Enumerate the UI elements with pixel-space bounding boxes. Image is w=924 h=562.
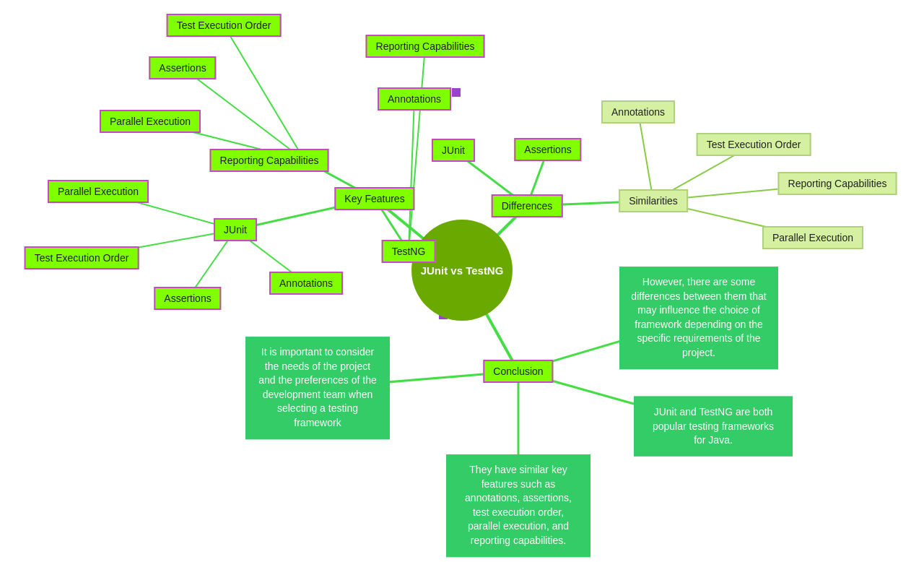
j-rep2-node: Reporting Capabilities [366,35,485,58]
c1-label: However, there are some differences betw… [619,267,778,369]
testng-kf-label: TestNG [382,240,436,263]
differences-node: Differences [492,194,563,217]
svg-line-5 [183,68,305,160]
similarities-label: Similarities [619,189,688,212]
j2-annotations-label: Annotations [269,272,343,295]
j2-annotations-node: Annotations [269,272,343,295]
j2-assertions-node: Assertions [154,287,221,310]
j2-parallel-label: Parallel Execution [48,180,149,203]
j-annotations-label: Annotations [378,87,451,111]
j-rep2-label: Reporting Capabilities [366,35,485,58]
diff-junit-label: JUnit [432,139,475,162]
s-reporting-label: Reporting Capabilities [778,172,897,195]
c2-node: JUnit and TestNG are both popular testin… [634,397,793,457]
diff-assertions-node: Assertions [514,138,581,161]
s-testexec-node: Test Execution Order [697,133,811,156]
s-parallel-node: Parallel Execution [762,226,863,249]
s-testexec-label: Test Execution Order [697,133,811,156]
j-parallel-label: Parallel Execution [100,110,201,133]
junit2-node: JUnit [214,218,257,241]
diff-assertions-label: Assertions [514,138,581,161]
c3-node: They have similar key features such as a… [446,454,590,557]
c4-node: It is important to consider the needs of… [245,337,390,439]
s-parallel-label: Parallel Execution [762,226,863,249]
differences-label: Differences [492,194,563,217]
j2-parallel-node: Parallel Execution [48,180,149,203]
svg-rect-27 [452,88,461,97]
conclusion-node: Conclusion [483,360,553,383]
center-label: JUnit vs TestNG [411,220,513,321]
j2-testexec-label: Test Execution Order [25,246,139,269]
j-assertions-label: Assertions [149,56,216,79]
center-node: JUnit vs TestNG [411,220,513,321]
s-reporting-node: Reporting Capabilities [778,172,897,195]
key-features-label: Key Features [334,187,414,210]
j-assertions-node: Assertions [149,56,216,79]
j2-testexec-node: Test Execution Order [25,246,139,269]
testng-kf-node: TestNG [382,240,436,263]
conclusion-label: Conclusion [483,360,553,383]
svg-line-19 [638,112,653,201]
similarities-node: Similarities [619,189,688,212]
c2-label: JUnit and TestNG are both popular testin… [634,397,793,457]
j-reporting-label: Reporting Capabilities [210,149,329,172]
svg-line-6 [224,25,305,160]
diff-junit-node: JUnit [432,139,475,162]
j-testexec-node: Test Execution Order [167,14,282,37]
j-parallel-node: Parallel Execution [100,110,201,133]
s-annotations-node: Annotations [601,100,675,124]
j-testexec-label: Test Execution Order [167,14,282,37]
j2-assertions-label: Assertions [154,287,221,310]
j-reporting-node: Reporting Capabilities [210,149,329,172]
c4-label: It is important to consider the needs of… [245,337,390,439]
s-annotations-label: Annotations [601,100,675,124]
junit2-label: JUnit [214,218,257,241]
c3-label: They have similar key features such as a… [446,454,590,557]
j-annotations-node: Annotations [378,87,451,111]
key-features-node: Key Features [334,187,414,210]
c1-node: However, there are some differences betw… [619,267,778,369]
